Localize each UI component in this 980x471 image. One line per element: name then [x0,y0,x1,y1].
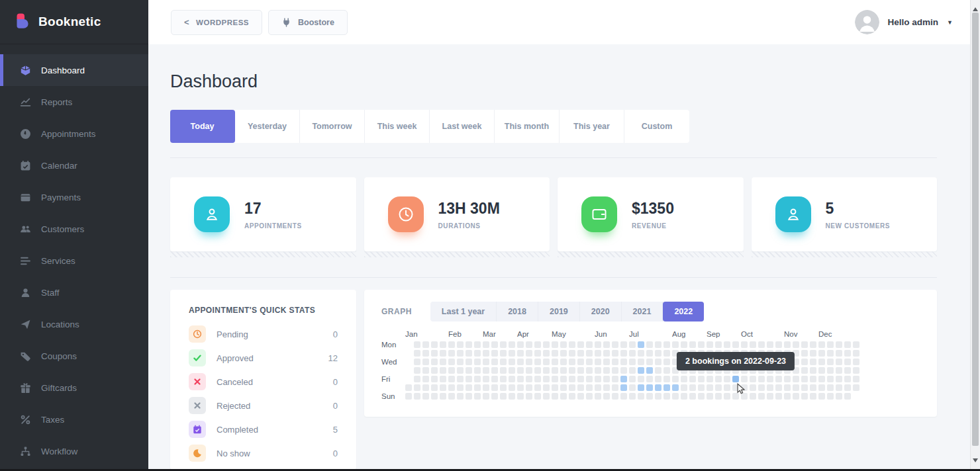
heatmap-cell[interactable] [638,384,644,391]
heatmap-cell[interactable] [638,341,644,348]
heatmap-cell[interactable] [457,376,464,382]
heatmap-cell[interactable] [569,350,575,357]
heatmap-cell[interactable] [689,376,696,382]
heatmap-cell[interactable] [448,367,455,374]
heatmap-cell[interactable] [569,376,575,382]
heatmap-cell[interactable] [440,367,446,374]
heatmap-cell[interactable] [526,393,532,400]
heatmap-cell[interactable] [767,376,773,382]
heatmap-cell[interactable] [663,341,670,348]
heatmap-cell[interactable] [500,393,507,400]
heatmap-cell[interactable] [646,393,653,400]
heatmap-cell[interactable] [844,350,851,357]
heatmap-cell[interactable] [500,350,507,357]
heatmap-cell[interactable] [586,393,593,400]
heatmap-cell[interactable] [707,384,713,391]
heatmap-cell[interactable] [775,376,782,382]
heatmap-cell[interactable] [483,359,489,365]
heatmap-cell[interactable] [801,359,808,365]
heatmap-cell[interactable] [422,350,429,357]
sidebar-item-locations[interactable]: Locations [0,308,148,340]
heatmap-cell[interactable] [681,341,687,348]
heatmap-cell[interactable] [750,376,756,382]
heatmap-cell[interactable] [543,359,550,365]
heatmap-cell[interactable] [620,341,627,348]
heatmap-cell[interactable] [663,376,670,382]
heatmap-cell[interactable] [732,341,739,348]
heatmap-cell[interactable] [474,341,481,348]
heatmap-cell[interactable] [758,384,765,391]
heatmap-cell[interactable] [646,341,653,348]
heatmap-cell[interactable] [827,384,834,391]
graph-tab-2019[interactable]: 2019 [538,302,580,321]
heatmap-cell[interactable] [836,376,842,382]
heatmap-cell[interactable] [638,367,644,374]
heatmap-cell[interactable] [724,384,730,391]
heatmap-cell[interactable] [784,384,791,391]
heatmap-cell[interactable] [483,376,489,382]
heatmap-cell[interactable] [836,359,842,365]
heatmap-cell[interactable] [491,350,498,357]
heatmap-cell[interactable] [569,393,575,400]
heatmap-cell[interactable] [629,367,636,374]
heatmap-cell[interactable] [638,376,644,382]
heatmap-cell[interactable] [818,341,825,348]
heatmap-cell[interactable] [543,393,550,400]
sidebar-item-taxes[interactable]: Taxes [0,404,148,435]
heatmap-cell[interactable] [466,367,472,374]
heatmap-cell[interactable] [844,384,851,391]
scrollbar-thumb[interactable] [972,13,979,446]
scrollbar-up-arrow-icon[interactable] [973,5,978,11]
heatmap-cell[interactable] [655,384,662,391]
heatmap-cell[interactable] [517,341,524,348]
heatmap-cell[interactable] [474,376,481,382]
heatmap-cell[interactable] [569,359,575,365]
heatmap-cell[interactable] [810,376,816,382]
heatmap-cell[interactable] [440,376,446,382]
heatmap-cell[interactable] [775,393,782,400]
heatmap-cell[interactable] [431,384,438,391]
heatmap-cell[interactable] [603,393,610,400]
heatmap-cell[interactable] [500,367,507,374]
heatmap-cell[interactable] [577,384,584,391]
heatmap-cell[interactable] [440,359,446,365]
heatmap-cell[interactable] [750,384,756,391]
heatmap-cell[interactable] [526,367,532,374]
heatmap-cell[interactable] [448,384,455,391]
filter-tab-last-week[interactable]: Last week [430,110,495,143]
heatmap-cell[interactable] [646,384,653,391]
heatmap-cell[interactable] [853,384,859,391]
heatmap-cell[interactable] [663,367,670,374]
heatmap-cell[interactable] [801,376,808,382]
heatmap-cell[interactable] [715,376,722,382]
heatmap-cell[interactable] [509,384,515,391]
heatmap-cell[interactable] [801,367,808,374]
heatmap-cell[interactable] [663,359,670,365]
heatmap-cell[interactable] [534,367,541,374]
heatmap-cell[interactable] [767,384,773,391]
heatmap-cell[interactable] [853,376,859,382]
heatmap-cell[interactable] [750,393,756,400]
heatmap-cell[interactable] [526,359,532,365]
heatmap-cell[interactable] [491,359,498,365]
heatmap-cell[interactable] [663,393,670,400]
heatmap-cell[interactable] [663,350,670,357]
heatmap-cell[interactable] [517,359,524,365]
graph-tab-2021[interactable]: 2021 [622,302,663,321]
heatmap-cell[interactable] [586,359,593,365]
heatmap-cell[interactable] [672,384,679,391]
heatmap-cell[interactable] [818,376,825,382]
heatmap-cell[interactable] [405,393,412,400]
heatmap-cell[interactable] [552,376,558,382]
graph-tab-last-1-year[interactable]: Last 1 year [430,302,497,321]
heatmap-cell[interactable] [543,376,550,382]
heatmap-cell[interactable] [646,350,653,357]
heatmap-cell[interactable] [509,341,515,348]
heatmap-cell[interactable] [543,350,550,357]
heatmap-cell[interactable] [534,393,541,400]
heatmap-cell[interactable] [698,393,705,400]
heatmap-cell[interactable] [552,341,558,348]
heatmap-cell[interactable] [483,384,489,391]
heatmap-cell[interactable] [827,376,834,382]
heatmap-cell[interactable] [638,393,644,400]
